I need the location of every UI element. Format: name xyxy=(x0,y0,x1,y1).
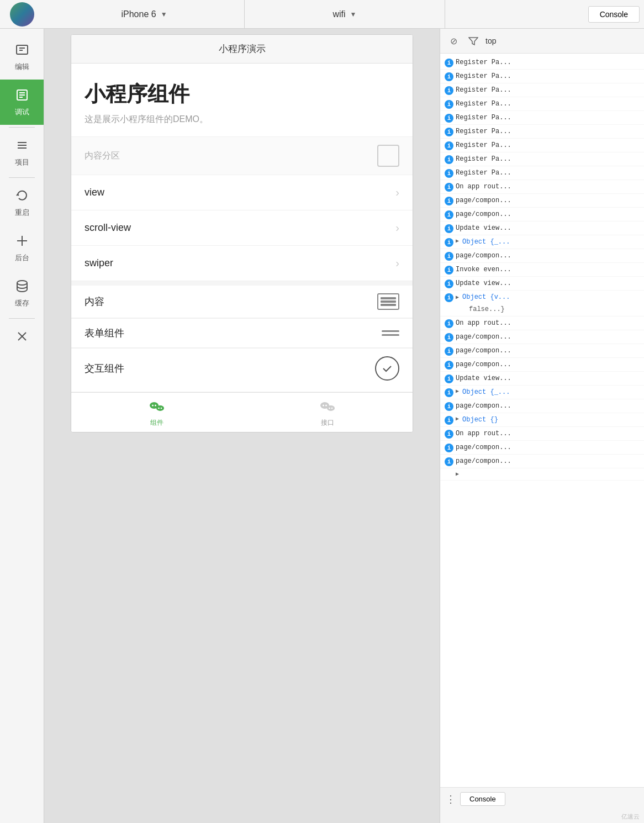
sidebar-item-restart-label: 重启 xyxy=(15,208,29,218)
log-info-icon: i xyxy=(445,100,453,109)
log-text[interactable]: Object {v... xyxy=(462,292,510,302)
log-info-icon: i xyxy=(445,72,453,81)
log-info-icon: i xyxy=(445,210,453,219)
log-item: i On app rout... xyxy=(440,427,644,441)
subtitle: 这是展示小程序组件的DEMO。 xyxy=(85,114,399,125)
log-item-expand-only[interactable]: ▶ xyxy=(440,468,644,481)
sidebar-item-cache[interactable]: 缓存 xyxy=(0,271,44,316)
section1-label: 内容分区 xyxy=(85,150,120,162)
log-text: Register Pa... xyxy=(456,140,640,150)
sidebar-item-project[interactable]: 项目 xyxy=(0,130,44,175)
log-info-icon: i xyxy=(445,128,453,136)
log-item: i Update view... xyxy=(440,372,644,386)
console-tab-button[interactable]: Console xyxy=(588,6,640,23)
console-log-area[interactable]: i Register Pa... i Register Pa... i Regi… xyxy=(440,54,644,787)
menu-item-scroll-view[interactable]: scroll-view › xyxy=(71,210,413,246)
svg-point-7 xyxy=(17,281,27,285)
nav-tab-components[interactable]: 组件 xyxy=(71,393,242,432)
phone-header: 小程序演示 xyxy=(71,35,413,64)
expand-arrow-5[interactable]: ▶ xyxy=(456,470,459,478)
nav-tab-api[interactable]: 接口 xyxy=(242,393,413,432)
expand-arrow[interactable]: ▶ xyxy=(456,237,459,245)
log-text[interactable]: Object {_... xyxy=(462,387,640,397)
sidebar: 编辑 调试 项目 xyxy=(0,29,44,823)
log-text: page/compon... xyxy=(456,401,640,411)
console-more-button[interactable]: ⋮ xyxy=(446,793,456,805)
section-header-4: 交互组件 xyxy=(71,348,413,392)
console-bottom-tab[interactable]: Console xyxy=(460,792,505,806)
log-item: i Register Pa... xyxy=(440,139,644,152)
log-item[interactable]: i ▶ Object {v... false...} xyxy=(440,291,644,316)
wifi-selector[interactable]: wifi ▼ xyxy=(245,0,445,28)
log-text: page/compon... xyxy=(456,196,640,205)
nav-tab-components-label: 组件 xyxy=(150,418,163,428)
console-panel: ⊘ top i Register Pa... i Register Pa... … xyxy=(440,29,644,823)
log-item: i Register Pa... xyxy=(440,152,644,166)
log-item[interactable]: i ▶ Object {_... xyxy=(440,386,644,399)
console-area: Console xyxy=(445,0,644,28)
menu-item-view[interactable]: view › xyxy=(71,175,413,210)
log-item[interactable]: i ▶ Object {_... xyxy=(440,235,644,249)
nav-api-icon xyxy=(319,398,336,416)
menu-item-swiper[interactable]: swiper › xyxy=(71,246,413,281)
log-info-icon: i xyxy=(445,252,453,261)
log-text: Register Pa... xyxy=(456,57,640,67)
log-info-icon: i xyxy=(445,416,453,425)
log-info-icon: i xyxy=(445,444,453,452)
log-item: i page/compon... xyxy=(440,358,644,372)
console-filter-button[interactable] xyxy=(466,33,481,49)
sidebar-item-close[interactable] xyxy=(0,321,44,354)
log-text: Register Pa... xyxy=(456,99,640,109)
device-label: iPhone 6 xyxy=(121,9,156,19)
log-info-icon: i xyxy=(445,361,453,370)
section4-icon xyxy=(375,356,399,381)
svg-point-11 xyxy=(152,405,154,407)
expand-arrow-2[interactable]: ▶ xyxy=(456,293,459,302)
log-item: i Invoke even... xyxy=(440,263,644,277)
device-selector[interactable]: iPhone 6 ▼ xyxy=(44,0,245,28)
log-text: Invoke even... xyxy=(456,265,640,275)
log-item[interactable]: i ▶ Object {} xyxy=(440,413,644,427)
svg-point-13 xyxy=(156,405,164,411)
log-info-icon: i xyxy=(445,114,453,123)
log-info-icon: i xyxy=(445,169,453,178)
console-bottom-bar: ⋮ Console xyxy=(440,787,644,810)
main-title: 小程序组件 xyxy=(85,80,399,108)
log-item: i page/compon... xyxy=(440,330,644,344)
sidebar-item-debug[interactable]: 调试 xyxy=(0,80,44,125)
expand-arrow-3[interactable]: ▶ xyxy=(456,387,459,395)
section3-icon-line2 xyxy=(382,334,399,336)
log-info-icon: i xyxy=(445,224,453,233)
svg-point-15 xyxy=(160,408,162,409)
log-text: page/compon... xyxy=(456,251,640,261)
log-info-icon: i xyxy=(445,59,453,67)
log-text: Register Pa... xyxy=(456,168,640,178)
log-text: Register Pa... xyxy=(456,154,640,164)
log-item: i Register Pa... xyxy=(440,56,644,70)
edit-icon xyxy=(14,42,30,60)
phone-frame: 小程序演示 小程序组件 这是展示小程序组件的DEMO。 内容分区 view xyxy=(71,34,413,432)
log-info-icon: i xyxy=(445,155,453,164)
device-dropdown-arrow: ▼ xyxy=(161,10,167,18)
log-item: i page/compon... xyxy=(440,208,644,221)
svg-marker-22 xyxy=(469,38,478,45)
wifi-dropdown-arrow: ▼ xyxy=(350,10,357,18)
log-info-icon: i xyxy=(445,293,453,302)
sidebar-item-backend[interactable]: 后台 xyxy=(0,225,44,271)
expand-arrow-4[interactable]: ▶ xyxy=(456,415,459,423)
app-logo xyxy=(0,0,44,28)
console-block-button[interactable]: ⊘ xyxy=(446,33,461,49)
section-header-3: 表单组件 xyxy=(71,318,413,348)
sidebar-item-restart[interactable]: 重启 xyxy=(0,180,44,225)
sidebar-divider-1 xyxy=(9,127,35,128)
log-info-icon: i xyxy=(445,402,453,411)
log-text[interactable]: Object {} xyxy=(462,415,640,425)
phone-header-title: 小程序演示 xyxy=(219,44,266,54)
log-text[interactable]: Object {_... xyxy=(462,237,640,247)
log-subtext: false...} xyxy=(445,304,505,314)
svg-point-20 xyxy=(329,408,330,409)
nav-tab-api-label: 接口 xyxy=(321,418,334,428)
log-text: page/compon... xyxy=(456,346,640,356)
sidebar-item-edit[interactable]: 编辑 xyxy=(0,34,44,80)
sidebar-item-edit-label: 编辑 xyxy=(15,62,29,72)
